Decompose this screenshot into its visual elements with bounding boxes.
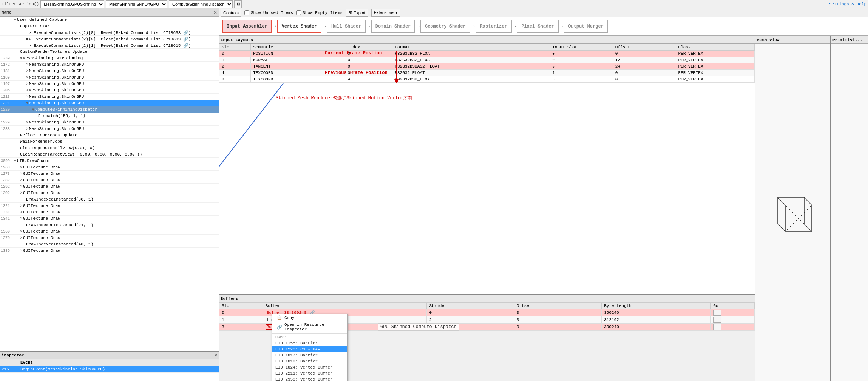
cell-inputslot-2: 0 (550, 63, 613, 70)
buf-th-stride: Stride (427, 303, 514, 309)
cell-format-4: R32G32_FLOAT (392, 70, 550, 76)
tree-item-guitexture-1302[interactable]: 1302 > GUITexture.Draw (0, 190, 219, 196)
context-separator (272, 333, 347, 334)
input-layouts-table-container: Slot Semantic Index Format Input Slot Of… (219, 44, 755, 83)
cell-index-0: 0 (345, 51, 392, 57)
show-unused-label[interactable]: Show Unused Items (244, 10, 293, 15)
tree-item-skinongpu-1181[interactable]: 1181 > MeshSkinning.SkinOnGPU (0, 68, 219, 74)
filter-dropdown-2[interactable]: MeshSkinning.SkinOnGPU (106, 0, 167, 8)
context-eid-2211[interactable]: EID 2211: Vertex Buffer (272, 370, 347, 376)
extensions-btn[interactable]: Extensions ▾ (371, 9, 400, 17)
context-eid-2350[interactable]: EID 2350: Vertex Buffer (272, 376, 347, 381)
th-index: Index (345, 44, 392, 51)
inspector-row-id: 215 (0, 367, 19, 372)
tree-item-capture-group[interactable]: ▼ User-defined Capture (0, 17, 219, 23)
left-panel-collapse[interactable]: ✕ (213, 10, 217, 15)
cell-inputslot-1: 0 (550, 57, 613, 63)
tree-item-skinongpu-1221-selected[interactable]: 1221 ▼ MeshSkinning.SkinOnGPU (0, 100, 219, 106)
tree-item-skinongpu-1213[interactable]: 1213 > MeshSkinning.SkinOnGPU (0, 94, 219, 100)
tree-item-skinongpu-1205[interactable]: 1205 > MeshSkinning.SkinOnGPU (0, 87, 219, 94)
tree-item-dispatch[interactable]: Dispatch(153, 1, 1) (0, 113, 219, 119)
tree-item-drawindexed-24[interactable]: DrawIndexedInstanced(24, 1) (0, 222, 219, 228)
mesh-3d-view (755, 44, 830, 381)
controls-btn[interactable]: Controls (221, 9, 241, 17)
tree-item-capture-start[interactable]: Capture Start (0, 23, 219, 29)
settings-help-link[interactable]: Settings & Help (829, 2, 866, 6)
left-panel: Name ✕ ▼ User-defined Capture Capture St… (0, 8, 219, 381)
stage-output-merger[interactable]: Output Merger (564, 20, 608, 33)
show-empty-checkbox[interactable] (296, 10, 301, 15)
tree-item-custom-render[interactable]: CustomRenderTextures.Update (0, 49, 219, 55)
stage-pixel-shader[interactable]: Pixel Shader (517, 20, 558, 33)
inspector-close-btn[interactable]: ✕ (215, 353, 217, 358)
stage-rasterizer[interactable]: Rasterizer (476, 20, 512, 33)
left-header-name: Name (2, 10, 11, 15)
tree-item-skinongpu-1238[interactable]: 1238 > MeshSkinning.SkinOnGPU (0, 126, 219, 132)
inspector-row-215[interactable]: 215 BeginEvent(MeshSkinning.SkinOnGPU) (0, 366, 219, 373)
cell-semantic-8: TEXCOORD (251, 76, 345, 83)
context-eid-1824[interactable]: EID 1824: Vertex Buffer (272, 364, 347, 370)
context-eid-1817[interactable]: EID 1817: Barrier (272, 352, 347, 358)
tree-item-exec1[interactable]: => ExecuteCommandLists(2)[0]: Reset(Bake… (0, 29, 219, 36)
tree-item-guitexture-1360[interactable]: 1360 > GUITexture.Draw (0, 228, 219, 235)
th-semantic: Semantic (251, 44, 345, 51)
export-btn[interactable]: 🖫 Export (346, 9, 368, 17)
tree-item-waitrender[interactable]: WaitForRenderJobs (0, 139, 219, 145)
inspector-col-id (0, 362, 19, 363)
filter-dropdown-1[interactable]: MeshSkinning.GPUSkinning (40, 0, 104, 8)
tree-item-guitexture-1389[interactable]: 1389 > GUITexture.Draw (0, 248, 219, 254)
buffers-table-container: Slot Buffer Stride Offset Byte Length Go (219, 302, 755, 381)
buf-cell-offset-3: 0 (514, 324, 601, 331)
input-row-1: 1 NORMAL 0 R32G32B32_FLOAT 0 12 PER_VERT… (219, 57, 755, 63)
show-empty-label[interactable]: Show Empty Items (296, 10, 343, 15)
show-unused-checkbox[interactable] (244, 10, 249, 15)
tree-item-guitexture-1282[interactable]: 1282 > GUITexture.Draw (0, 177, 219, 184)
stage-domain-shader[interactable]: Domain Shader (371, 20, 415, 33)
context-eid-1220[interactable]: EID 1220: CS - UAV (272, 346, 347, 352)
context-menu-copy[interactable]: 📋 Copy (272, 314, 347, 321)
buf-cell-stride-0: 0 (427, 309, 514, 316)
stage-input-assembler[interactable]: Input Assembler (222, 20, 272, 33)
context-eid-1818[interactable]: EID 1818: Barrier (272, 358, 347, 364)
context-menu-open-inspector[interactable]: 🔗 Open in Resource Inspector (272, 321, 347, 333)
tree-item-compute-dispatch-1220[interactable]: 1220 ▼ ComputeSkinniningDispatch (0, 106, 219, 113)
collapse-btn[interactable]: ⊡ (234, 0, 242, 8)
tree-item-exec3[interactable]: => ExecuteCommandLists(2)[1]: Reset(Bake… (0, 42, 219, 49)
filter-dropdown-3[interactable]: ComputeSkinniningDispatch (169, 0, 233, 8)
stage-vertex-shader[interactable]: Vertex Shader (277, 20, 322, 33)
input-layouts-table: Slot Semantic Index Format Input Slot Of… (219, 44, 755, 83)
tree-item-clearrender[interactable]: ClearRenderTargetView({ 0.00, 0.00, 0.00… (0, 151, 219, 158)
tree-item-guitexture-1292[interactable]: 1292 > GUITexture.Draw (0, 184, 219, 190)
buf-cell-go-3[interactable]: → (711, 324, 755, 331)
tree-item-skinongpu-1172[interactable]: 1172 > MeshSkinning.SkinOnGPU (0, 62, 219, 68)
buf-cell-go-1[interactable]: → (711, 316, 755, 324)
tree-item-drawindexed-48[interactable]: DrawIndexedInstanced(48, 1) (0, 241, 219, 248)
tree-item-guitexture-1341[interactable]: 1341 > GUITexture.Draw (0, 216, 219, 222)
cell-format-0: R32G32B32_FLOAT (392, 51, 550, 57)
tree-item-guitexture-1273[interactable]: 1273 > GUITexture.Draw (0, 171, 219, 177)
tree-item-guitexture-1321[interactable]: 1321 > GUITexture.Draw (0, 203, 219, 209)
tree-item-skinongpu-1229[interactable]: 1229 > MeshSkinning.SkinOnGPU (0, 119, 219, 126)
context-eid-1155[interactable]: EID 1155: Barrier (272, 340, 347, 346)
event-tree[interactable]: ▼ User-defined Capture Capture Start => … (0, 17, 219, 351)
buf-cell-go-0[interactable]: → (711, 309, 755, 316)
tree-item-drawindexed-30[interactable]: DrawIndexedInstanced(30, 1) (0, 196, 219, 203)
cell-class-2: PER_VERTEX (676, 63, 754, 70)
buf-th-bytelength: Byte Length (602, 303, 711, 309)
stage-hull-shader[interactable]: Hull Shader (327, 20, 366, 33)
context-menu: 📋 Copy 🔗 Open in Resource Inspector Used… (272, 314, 348, 381)
tree-item-gpu-skinning-group[interactable]: 1239 ▼ MeshSkinning.GPUSkinning (0, 55, 219, 62)
tree-item-reflection[interactable]: ReflectionProbes.Update (0, 132, 219, 139)
tree-item-guitexture-1331[interactable]: 1331 > GUITexture.Draw (0, 209, 219, 216)
cell-class-1: PER_VERTEX (676, 57, 754, 63)
tree-item-guitexture-1370[interactable]: 1370 > GUITexture.Draw (0, 235, 219, 241)
stage-geometry-shader[interactable]: Geometry Shader (420, 20, 470, 33)
cell-index-2: 0 (345, 63, 392, 70)
tree-item-guitexture-1263[interactable]: 1263 > GUITexture.Draw (0, 164, 219, 171)
tree-item-skinongpu-1197[interactable]: 1197 > MeshSkinning.SkinOnGPU (0, 81, 219, 87)
tree-item-exec2[interactable]: => ExecuteCommandLists(2)[0]: Close(Bake… (0, 36, 219, 42)
tree-item-cleardepth[interactable]: ClearDepthStencilView(0.01, 0) (0, 145, 219, 151)
blue-line-svg (219, 83, 755, 294)
tree-item-uir-drawchain[interactable]: 3099 ▼ UIR.DrawChain (0, 158, 219, 164)
tree-item-skinongpu-1189[interactable]: 1189 > MeshSkinning.SkinOnGPU (0, 74, 219, 81)
